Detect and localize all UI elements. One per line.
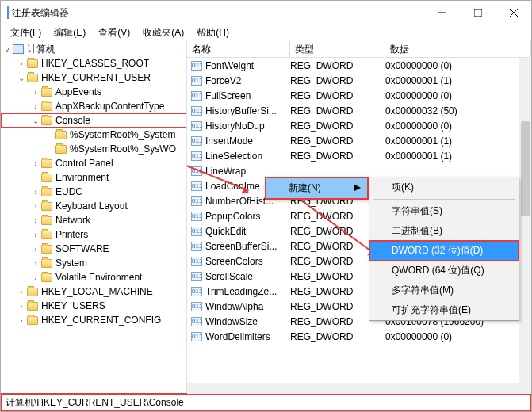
caret-icon[interactable]: › bbox=[31, 245, 40, 254]
minimize-button[interactable] bbox=[424, 1, 460, 25]
dword-icon: 011 bbox=[190, 271, 203, 282]
vertical-scrollbar[interactable] bbox=[519, 58, 531, 394]
caret-icon[interactable]: › bbox=[31, 188, 40, 196]
menu-item-binary[interactable]: 二进制值(B) bbox=[369, 221, 519, 241]
close-button[interactable] bbox=[496, 1, 531, 25]
tree-item[interactable]: %SystemRoot%_System bbox=[1, 128, 186, 142]
col-type[interactable]: 类型 bbox=[290, 40, 385, 57]
folder-icon bbox=[55, 129, 67, 140]
dword-icon: 011 bbox=[190, 256, 203, 267]
menu-edit[interactable]: 编辑(E) bbox=[48, 25, 92, 40]
tree-item[interactable]: ›Network bbox=[1, 213, 186, 227]
menu-item-key[interactable]: 项(K) bbox=[369, 177, 519, 197]
menu-item-string[interactable]: 字符串值(S) bbox=[369, 201, 519, 221]
caret-icon[interactable]: ⌄ bbox=[17, 74, 26, 82]
title-bar: 注册表编辑器 bbox=[1, 1, 531, 25]
tree-item[interactable]: ›HKEY_CURRENT_CONFIG bbox=[1, 313, 186, 327]
tree-item[interactable]: ⌄Console bbox=[1, 113, 186, 128]
cell-type: REG_DWORD bbox=[290, 90, 385, 101]
list-row[interactable]: 011WordDelimitersREG_DWORD0x00000000 (0) bbox=[187, 329, 531, 344]
caret-icon[interactable]: › bbox=[17, 288, 26, 296]
tree-root-label[interactable]: 计算机 bbox=[27, 43, 55, 56]
caret-icon[interactable]: v bbox=[2, 45, 12, 54]
cell-type: REG_DWORD bbox=[290, 60, 385, 71]
list-row[interactable]: 011ForceV2REG_DWORD0x00000001 (1) bbox=[187, 73, 531, 88]
caret-icon[interactable]: › bbox=[17, 302, 26, 311]
menu-item-qword[interactable]: QWORD (64 位)值(Q) bbox=[369, 261, 519, 280]
cell-data: 0x00000000 (0) bbox=[385, 331, 531, 342]
tree-item[interactable]: %SystemRoot%_SysWO bbox=[1, 142, 186, 156]
cell-data: 0x00000032 (50) bbox=[385, 105, 531, 116]
list-row[interactable]: 011LineSelectionREG_DWORD0x00000001 (1) bbox=[187, 148, 531, 163]
menu-item-dword[interactable]: DWORD (32 位)值(D) bbox=[369, 241, 519, 261]
tree-view[interactable]: v 计算机 ›HKEY_CLASSES_ROOT⌄HKEY_CURRENT_US… bbox=[1, 40, 187, 394]
dword-icon: 011 bbox=[190, 226, 203, 237]
list-row[interactable]: 011HistoryBufferSi...REG_DWORD0x00000032… bbox=[187, 103, 531, 118]
caret-icon[interactable]: › bbox=[31, 231, 40, 239]
list-row[interactable]: 011HistoryNoDupREG_DWORD0x00000000 (0) bbox=[187, 118, 531, 133]
tree-item[interactable]: ›Volatile Environment bbox=[1, 270, 186, 284]
folder-icon bbox=[40, 186, 53, 197]
menu-help[interactable]: 帮助(H) bbox=[190, 25, 235, 40]
tree-item-label: HKEY_CLASSES_ROOT bbox=[41, 58, 149, 69]
menu-separator bbox=[373, 199, 515, 200]
caret-icon[interactable]: › bbox=[17, 316, 26, 325]
tree-item[interactable]: ›AppXBackupContentType bbox=[1, 99, 186, 113]
folder-icon bbox=[40, 115, 53, 126]
tree-item-label: Network bbox=[55, 215, 90, 226]
tree-item-label: HKEY_USERS bbox=[41, 300, 105, 311]
folder-icon bbox=[26, 72, 39, 83]
caret-icon[interactable]: › bbox=[31, 259, 40, 268]
tree-item[interactable]: ›Printers bbox=[1, 227, 186, 242]
cell-name: HistoryBufferSi... bbox=[205, 105, 290, 116]
tree-item[interactable]: ›Control Panel bbox=[1, 156, 186, 170]
menu-view[interactable]: 查看(V) bbox=[92, 25, 136, 40]
dword-icon: 011 bbox=[190, 241, 203, 252]
status-path: 计算机\HKEY_CURRENT_USER\Console bbox=[6, 396, 184, 410]
tree-item-label: Volatile Environment bbox=[55, 272, 142, 283]
tree-item[interactable]: ›SOFTWARE bbox=[1, 242, 186, 256]
cell-name: WordDelimiters bbox=[205, 331, 290, 342]
folder-icon bbox=[40, 229, 53, 240]
horizontal-scrollbar[interactable] bbox=[187, 383, 519, 394]
caret-icon[interactable]: › bbox=[31, 102, 40, 111]
caret-icon[interactable]: › bbox=[17, 59, 26, 68]
tree-item-label: Keyboard Layout bbox=[55, 200, 128, 212]
caret-icon[interactable]: › bbox=[31, 159, 40, 168]
menu-item-expand[interactable]: 可扩充字符串值(E) bbox=[369, 300, 519, 320]
menu-item-multi[interactable]: 多字符串值(M) bbox=[369, 280, 519, 300]
tree-item[interactable]: ›HKEY_LOCAL_MACHINE bbox=[1, 284, 186, 299]
tree-item[interactable]: ›System bbox=[1, 256, 186, 270]
tree-item[interactable]: ›HKEY_USERS bbox=[1, 299, 186, 313]
tree-item[interactable]: ›AppEvents bbox=[1, 85, 186, 99]
menu-item-new[interactable]: 新建(N) ▶ bbox=[266, 178, 367, 198]
folder-icon bbox=[55, 143, 67, 154]
dword-icon: 011 bbox=[190, 331, 203, 342]
menu-file[interactable]: 文件(F) bbox=[4, 25, 48, 40]
maximize-button[interactable] bbox=[460, 1, 496, 25]
col-data[interactable]: 数据 bbox=[385, 40, 531, 57]
col-name[interactable]: 名称 bbox=[187, 40, 290, 57]
list-view[interactable]: 名称 类型 数据 011FontWeightREG_DWORD0x0000000… bbox=[187, 40, 531, 394]
list-row[interactable]: 011FontWeightREG_DWORD0x00000000 (0) bbox=[187, 58, 531, 73]
tree-item-label: Console bbox=[55, 115, 90, 126]
tree-item[interactable]: ›Keyboard Layout bbox=[1, 199, 186, 213]
tree-item[interactable]: ›EUDC bbox=[1, 185, 186, 199]
cell-name: ScreenBufferSi... bbox=[205, 241, 290, 252]
caret-icon[interactable]: › bbox=[31, 202, 40, 211]
folder-icon bbox=[26, 300, 39, 311]
folder-icon bbox=[40, 200, 53, 212]
tree-item[interactable]: ⌄HKEY_CURRENT_USER bbox=[1, 71, 186, 85]
menu-favorites[interactable]: 收藏夹(A) bbox=[136, 25, 190, 40]
caret-icon[interactable]: ⌄ bbox=[31, 116, 40, 125]
scroll-thumb[interactable] bbox=[521, 121, 530, 216]
cell-name: HistoryNoDup bbox=[205, 120, 290, 132]
list-row[interactable]: 011FullScreenREG_DWORD0x00000000 (0) bbox=[187, 88, 531, 103]
list-row[interactable]: 011InsertModeREG_DWORD0x00000001 (1) bbox=[187, 133, 531, 148]
folder-icon bbox=[40, 258, 53, 269]
caret-icon[interactable]: › bbox=[31, 88, 40, 97]
caret-icon[interactable]: › bbox=[31, 216, 40, 225]
caret-icon[interactable]: › bbox=[31, 273, 40, 282]
tree-item[interactable]: ›HKEY_CLASSES_ROOT bbox=[1, 56, 186, 71]
tree-item[interactable]: Environment bbox=[1, 170, 186, 185]
